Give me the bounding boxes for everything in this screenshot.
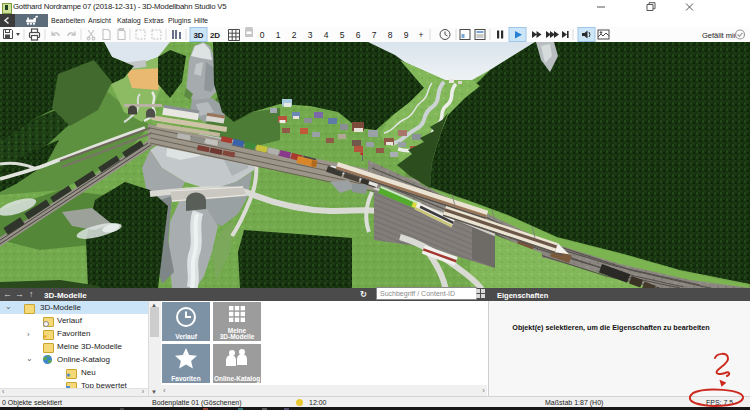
svg-text:4: 4 — [324, 30, 329, 40]
svg-text:9: 9 — [404, 30, 409, 40]
svg-text:3D: 3D — [193, 31, 203, 40]
svg-text:6: 6 — [356, 30, 361, 40]
svg-text:2D: 2D — [210, 31, 220, 40]
svg-text:3: 3 — [308, 30, 313, 40]
svg-text:+: + — [419, 30, 424, 40]
svg-text:8: 8 — [388, 30, 393, 40]
svg-text:Gefällt mir: Gefällt mir — [702, 31, 737, 40]
svg-text:0: 0 — [260, 30, 265, 40]
svg-text:5: 5 — [340, 30, 345, 40]
svg-text:2: 2 — [292, 30, 297, 40]
svg-text:7: 7 — [372, 30, 377, 40]
svg-text:1: 1 — [276, 30, 281, 40]
